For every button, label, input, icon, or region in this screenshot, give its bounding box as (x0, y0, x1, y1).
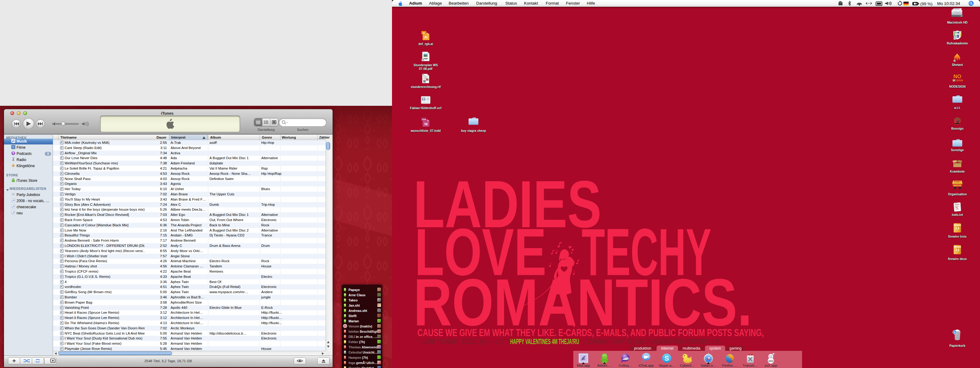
svg-text:HAPPY VALENTINES 4M THEJA!RU: HAPPY VALENTINES 4M THEJA!RU (510, 338, 579, 346)
svg-text:CS3: CS3 (422, 118, 426, 120)
svg-text:S: S (665, 355, 669, 362)
svg-text:1: 1 (954, 331, 956, 334)
svg-text:sXs: sXs (768, 359, 773, 363)
svg-text:Ai: Ai (423, 32, 425, 34)
svg-text:. COPYRIGHT © 2007. ALL RIGHTS: . COPYRIGHT © 2007. ALL RIGHTS REMIXED W… (584, 338, 723, 346)
svg-text:(99 %): (99 %) (920, 2, 932, 6)
svg-text:WAGON: WAGON (953, 184, 961, 186)
svg-text:PUSSY: PUSSY (954, 181, 961, 183)
svg-text:BONSIGN: BONSIGN (954, 124, 961, 126)
svg-text:Id: Id (425, 122, 428, 126)
svg-text:CAUSE WE GIVE EM WHAT THEY LIK: CAUSE WE GIVE EM WHAT THEY LIKE. E-CARDS… (417, 327, 764, 338)
svg-text:“ I LUBB YOU BABY , XOXOX, @}-: “ I LUBB YOU BABY , XOXOX, @}------ x 12… (417, 338, 508, 346)
svg-text:@: @ (426, 97, 430, 101)
svg-text:PDF: PDF (423, 58, 428, 60)
svg-text:Ai: Ai (425, 35, 428, 39)
